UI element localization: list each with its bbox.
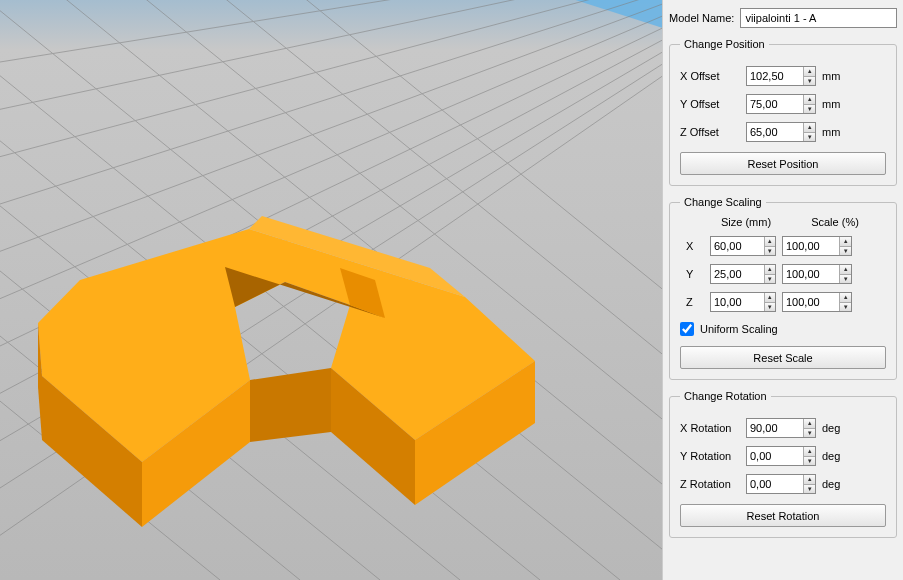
x-offset-up-icon[interactable]: ▲ — [804, 67, 815, 77]
unit-deg: deg — [822, 422, 850, 434]
position-group: Change Position X Offset ▲ ▼ mm Y Offset… — [669, 38, 897, 186]
rotation-group: Change Rotation X Rotation ▲▼ deg Y Rota… — [669, 390, 897, 538]
scale-y-input[interactable] — [783, 265, 839, 283]
size-x-spinner[interactable]: ▲▼ — [710, 236, 776, 256]
model-name-input[interactable] — [740, 8, 897, 28]
scaling-group: Change Scaling Size (mm) Scale (%) X ▲▼ … — [669, 196, 897, 380]
y-rot-down-icon[interactable]: ▼ — [804, 457, 815, 466]
z-rotation-label: Z Rotation — [680, 478, 740, 490]
x-offset-label: X Offset — [680, 70, 740, 82]
y-rotation-input[interactable] — [747, 447, 803, 465]
z-offset-spinner[interactable]: ▲ ▼ — [746, 122, 816, 142]
z-rotation-input[interactable] — [747, 475, 803, 493]
uniform-scaling-checkbox[interactable] — [680, 322, 694, 336]
z-rotation-spinner[interactable]: ▲▼ — [746, 474, 816, 494]
scale-y-down-icon[interactable]: ▼ — [840, 275, 851, 284]
scale-z-label: Z — [680, 296, 704, 308]
x-offset-down-icon[interactable]: ▼ — [804, 77, 815, 86]
size-header: Size (mm) — [716, 216, 776, 228]
size-y-input[interactable] — [711, 265, 764, 283]
y-offset-label: Y Offset — [680, 98, 740, 110]
x-rot-down-icon[interactable]: ▼ — [804, 429, 815, 438]
size-y-down-icon[interactable]: ▼ — [765, 275, 775, 284]
x-rot-up-icon[interactable]: ▲ — [804, 419, 815, 429]
z-offset-input[interactable] — [747, 123, 803, 141]
scale-x-up-icon[interactable]: ▲ — [840, 237, 851, 247]
y-rotation-spinner[interactable]: ▲▼ — [746, 446, 816, 466]
unit-mm: mm — [822, 98, 850, 110]
reset-position-button[interactable]: Reset Position — [680, 152, 886, 175]
scale-z-spinner[interactable]: ▲▼ — [782, 292, 852, 312]
unit-deg: deg — [822, 478, 850, 490]
reset-rotation-button[interactable]: Reset Rotation — [680, 504, 886, 527]
x-rotation-spinner[interactable]: ▲▼ — [746, 418, 816, 438]
uniform-scaling-label: Uniform Scaling — [700, 323, 778, 335]
size-z-down-icon[interactable]: ▼ — [765, 303, 775, 312]
size-x-input[interactable] — [711, 237, 764, 255]
size-y-up-icon[interactable]: ▲ — [765, 265, 775, 275]
y-rotation-label: Y Rotation — [680, 450, 740, 462]
y-offset-down-icon[interactable]: ▼ — [804, 105, 815, 114]
svg-line-7 — [0, 0, 662, 270]
z-offset-down-icon[interactable]: ▼ — [804, 133, 815, 142]
x-rotation-label: X Rotation — [680, 422, 740, 434]
y-rot-up-icon[interactable]: ▲ — [804, 447, 815, 457]
model-name-label: Model Name: — [669, 12, 734, 24]
y-offset-up-icon[interactable]: ▲ — [804, 95, 815, 105]
z-rot-down-icon[interactable]: ▼ — [804, 485, 815, 494]
rotation-legend: Change Rotation — [680, 390, 771, 402]
y-offset-input[interactable] — [747, 95, 803, 113]
scale-y-spinner[interactable]: ▲▼ — [782, 264, 852, 284]
scale-x-label: X — [680, 240, 704, 252]
unit-deg: deg — [822, 450, 850, 462]
scale-x-down-icon[interactable]: ▼ — [840, 247, 851, 256]
x-rotation-input[interactable] — [747, 419, 803, 437]
scale-x-spinner[interactable]: ▲▼ — [782, 236, 852, 256]
scale-z-up-icon[interactable]: ▲ — [840, 293, 851, 303]
viewport-canvas — [0, 0, 662, 580]
svg-line-11 — [0, 0, 662, 70]
scale-header: Scale (%) — [800, 216, 870, 228]
model-mesh — [38, 216, 535, 527]
scale-y-label: Y — [680, 268, 704, 280]
size-x-down-icon[interactable]: ▼ — [765, 247, 775, 256]
reset-scale-button[interactable]: Reset Scale — [680, 346, 886, 369]
properties-panel: Model Name: Change Position X Offset ▲ ▼… — [662, 0, 903, 580]
position-legend: Change Position — [680, 38, 769, 50]
size-z-up-icon[interactable]: ▲ — [765, 293, 775, 303]
z-offset-up-icon[interactable]: ▲ — [804, 123, 815, 133]
x-offset-spinner[interactable]: ▲ ▼ — [746, 66, 816, 86]
scale-y-up-icon[interactable]: ▲ — [840, 265, 851, 275]
size-y-spinner[interactable]: ▲▼ — [710, 264, 776, 284]
svg-line-10 — [0, 0, 662, 120]
z-offset-label: Z Offset — [680, 126, 740, 138]
svg-marker-30 — [250, 368, 331, 442]
size-x-up-icon[interactable]: ▲ — [765, 237, 775, 247]
scale-x-input[interactable] — [783, 237, 839, 255]
3d-viewport[interactable] — [0, 0, 662, 580]
x-offset-input[interactable] — [747, 67, 803, 85]
z-rot-up-icon[interactable]: ▲ — [804, 475, 815, 485]
unit-mm: mm — [822, 126, 850, 138]
unit-mm: mm — [822, 70, 850, 82]
size-z-spinner[interactable]: ▲▼ — [710, 292, 776, 312]
scale-z-input[interactable] — [783, 293, 839, 311]
scale-z-down-icon[interactable]: ▼ — [840, 303, 851, 312]
y-offset-spinner[interactable]: ▲ ▼ — [746, 94, 816, 114]
scaling-legend: Change Scaling — [680, 196, 766, 208]
size-z-input[interactable] — [711, 293, 764, 311]
